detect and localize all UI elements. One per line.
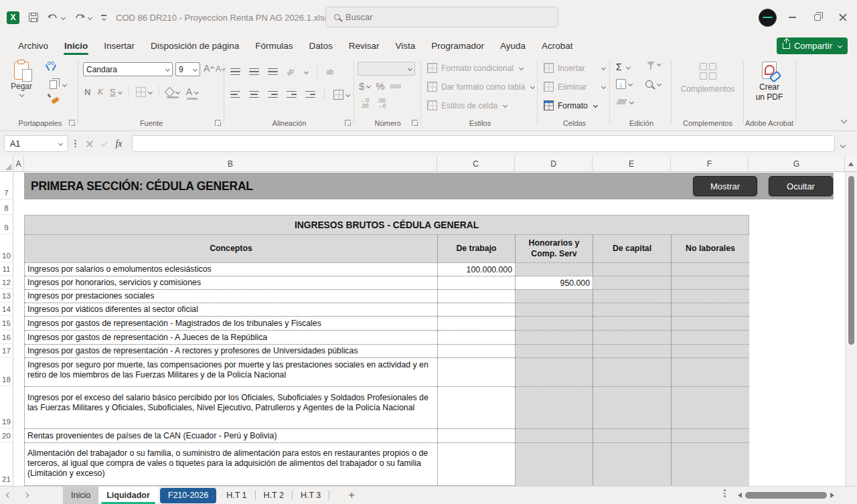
- column-header-a[interactable]: A: [13, 156, 24, 171]
- create-pdf-button[interactable]: Crear un PDF: [745, 62, 794, 102]
- cell-de-trabajo[interactable]: [438, 290, 516, 303]
- cell-honorarios[interactable]: 950.000: [516, 276, 593, 289]
- cell-de-capital[interactable]: [593, 276, 672, 289]
- sheet-tab-ht2[interactable]: H.T 2: [256, 487, 292, 504]
- cell-concepto[interactable]: Alimentación del trabajador o su familia…: [25, 443, 438, 487]
- column-header-f[interactable]: F: [671, 156, 749, 171]
- scroll-up-button[interactable]: [845, 156, 857, 171]
- row-header[interactable]: 10: [0, 234, 13, 262]
- cell-de-trabajo[interactable]: [438, 331, 516, 344]
- cell-honorarios[interactable]: [516, 387, 593, 428]
- cell-honorarios[interactable]: [516, 331, 593, 344]
- clear-button[interactable]: [617, 99, 633, 104]
- horizontal-scrollbar[interactable]: [738, 489, 852, 501]
- cell-honorarios[interactable]: [516, 443, 593, 487]
- row-header[interactable]: 19: [0, 386, 13, 428]
- new-sheet-button[interactable]: +: [348, 489, 355, 502]
- row-header[interactable]: 16: [0, 330, 13, 344]
- format-as-table-button[interactable]: Dar formato como tabla: [427, 82, 534, 92]
- clipboard-dialog-launcher[interactable]: [69, 120, 75, 126]
- cell-no-laborales[interactable]: [672, 331, 749, 344]
- sort-filter-button[interactable]: [647, 62, 661, 66]
- menu-tab-ayuda[interactable]: Ayuda: [493, 35, 533, 56]
- increase-decimal-button[interactable]: ←0.00: [360, 98, 369, 108]
- row-header[interactable]: 11: [0, 262, 13, 276]
- cell-honorarios[interactable]: [516, 290, 593, 303]
- search-input[interactable]: Buscar: [325, 7, 558, 27]
- cell-de-trabajo[interactable]: [438, 358, 516, 386]
- thousands-format-button[interactable]: 000: [390, 83, 402, 90]
- conditional-format-button[interactable]: Formato condicional: [427, 63, 523, 73]
- cell-honorarios[interactable]: [516, 263, 593, 276]
- increase-font-button[interactable]: A: [204, 63, 214, 74]
- number-dialog-launcher[interactable]: [412, 120, 418, 126]
- column-header-d[interactable]: D: [515, 156, 593, 171]
- save-icon[interactable]: [29, 13, 38, 22]
- cell-concepto[interactable]: Ingresos por gastos de representación - …: [25, 331, 438, 344]
- cell-no-laborales[interactable]: [672, 290, 749, 303]
- cell-de-capital[interactable]: [593, 317, 672, 330]
- cell-concepto[interactable]: Ingresos por honorarios, servicios y com…: [25, 276, 438, 289]
- addins-button[interactable]: Complementos: [674, 63, 742, 94]
- cell-styles-button[interactable]: Estilos de celda: [427, 100, 507, 110]
- align-right-button[interactable]: [268, 91, 278, 98]
- cell-de-trabajo[interactable]: [438, 443, 516, 487]
- cell-no-laborales[interactable]: [672, 443, 749, 487]
- column-header-b[interactable]: B: [24, 156, 437, 171]
- copy-button[interactable]: [50, 80, 66, 89]
- row-header[interactable]: 12: [0, 276, 13, 289]
- cell-honorarios[interactable]: [516, 429, 593, 442]
- menu-tab-revisar[interactable]: Revisar: [341, 35, 387, 56]
- sheet-nav-right-icon[interactable]: [17, 493, 35, 497]
- italic-button[interactable]: K: [97, 86, 103, 97]
- cell-concepto[interactable]: Ingresos por el exceso del salario básic…: [25, 387, 438, 428]
- sheet-tab-inicio[interactable]: Inicio: [63, 487, 98, 504]
- cell-honorarios[interactable]: [516, 303, 593, 316]
- autosum-button[interactable]: Σ: [616, 62, 630, 72]
- align-left-button[interactable]: [230, 91, 240, 98]
- hide-button[interactable]: Ocultar: [769, 176, 833, 196]
- sheet-nav-left-icon[interactable]: [0, 493, 17, 497]
- confirm-entry-button[interactable]: [97, 137, 112, 151]
- scroll-left-icon[interactable]: [738, 493, 742, 498]
- vertical-scrollbar-thumb[interactable]: [848, 176, 854, 345]
- fill-color-button[interactable]: [166, 88, 179, 96]
- formula-input[interactable]: [132, 135, 835, 152]
- menu-tab-programador[interactable]: Programador: [424, 35, 491, 56]
- row-header[interactable]: 21: [0, 442, 13, 486]
- cell-de-trabajo[interactable]: 100.000.000: [438, 263, 516, 276]
- cell-no-laborales[interactable]: [672, 345, 749, 357]
- insert-function-button[interactable]: fx: [112, 137, 127, 151]
- cell-de-trabajo[interactable]: [438, 303, 516, 316]
- sheetbar-drag-handle[interactable]: [724, 489, 726, 497]
- align-center-button[interactable]: [249, 91, 259, 98]
- format-cells-button[interactable]: Formato: [544, 100, 597, 110]
- bold-button[interactable]: N: [84, 87, 90, 97]
- cell-concepto[interactable]: Ingresos por viáticos diferentes al sect…: [25, 303, 438, 316]
- font-dialog-launcher[interactable]: [215, 120, 221, 126]
- menu-tab-insertar[interactable]: Insertar: [96, 35, 142, 56]
- wrap-text-button[interactable]: ab: [326, 68, 333, 76]
- restore-button[interactable]: [807, 7, 828, 27]
- increase-indent-button[interactable]: [305, 91, 315, 98]
- cell-concepto[interactable]: Rentas provenientes de países de la CAN …: [25, 429, 438, 442]
- collapse-ribbon-button[interactable]: [840, 113, 846, 125]
- cell-de-capital[interactable]: [593, 331, 672, 344]
- select-all-corner[interactable]: [0, 156, 13, 171]
- cell-no-laborales[interactable]: [672, 303, 749, 316]
- font-name-select[interactable]: Candara: [83, 62, 173, 76]
- menu-tab-vista[interactable]: Vista: [388, 35, 422, 56]
- horizontal-scrollbar-thumb[interactable]: [745, 492, 827, 499]
- sheet-tab-ht3[interactable]: H.T 3: [293, 487, 329, 504]
- undo-icon[interactable]: [48, 13, 65, 22]
- share-button[interactable]: Compartir: [777, 37, 848, 54]
- row-header[interactable]: 7: [0, 173, 13, 199]
- number-format-select[interactable]: [358, 62, 415, 76]
- row-header[interactable]: 20: [0, 428, 13, 442]
- cell-de-capital[interactable]: [593, 358, 672, 386]
- cancel-entry-button[interactable]: [82, 137, 97, 151]
- merge-center-button[interactable]: [333, 90, 349, 100]
- menu-tab-disposicion[interactable]: Disposición de página: [143, 35, 246, 56]
- align-bottom-button[interactable]: [268, 68, 278, 76]
- cell-concepto[interactable]: Ingresos por seguro por muerte, las comp…: [25, 358, 438, 386]
